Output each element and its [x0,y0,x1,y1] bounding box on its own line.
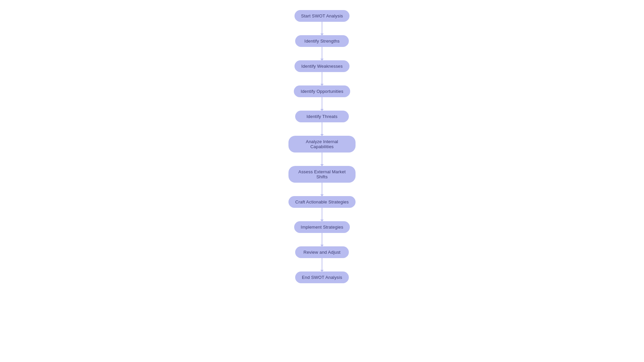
flow-node-review[interactable]: Review and Adjust [295,246,349,258]
flow-arrow-2 [322,72,322,85]
flow-arrow-8 [322,233,322,246]
flow-node-strengths[interactable]: Identify Strengths [295,35,349,47]
flow-node-opportunities[interactable]: Identify Opportunities [294,85,350,97]
flow-node-threats[interactable]: Identify Threats [295,111,349,122]
flow-arrow-9 [322,258,322,272]
flow-node-weaknesses[interactable]: Identify Weaknesses [294,60,350,72]
flow-arrow-7 [322,208,322,221]
flow-arrow-1 [322,47,322,60]
flow-node-implement[interactable]: Implement Strategies [294,221,350,233]
flow-node-craft[interactable]: Craft Actionable Strategies [288,196,355,208]
flow-node-internal[interactable]: Analyze Internal Capabilities [288,136,356,153]
flow-node-external[interactable]: Assess External Market Shifts [288,166,356,183]
flow-arrow-4 [322,122,322,136]
flowchart: Start SWOT AnalysisIdentify StrengthsIde… [272,3,372,290]
flow-arrow-6 [322,183,322,196]
flow-arrow-5 [322,153,322,166]
flow-arrow-0 [322,22,322,35]
flow-arrow-3 [322,97,322,111]
flow-node-start[interactable]: Start SWOT Analysis [294,10,350,22]
flow-node-end[interactable]: End SWOT Analysis [295,272,349,283]
